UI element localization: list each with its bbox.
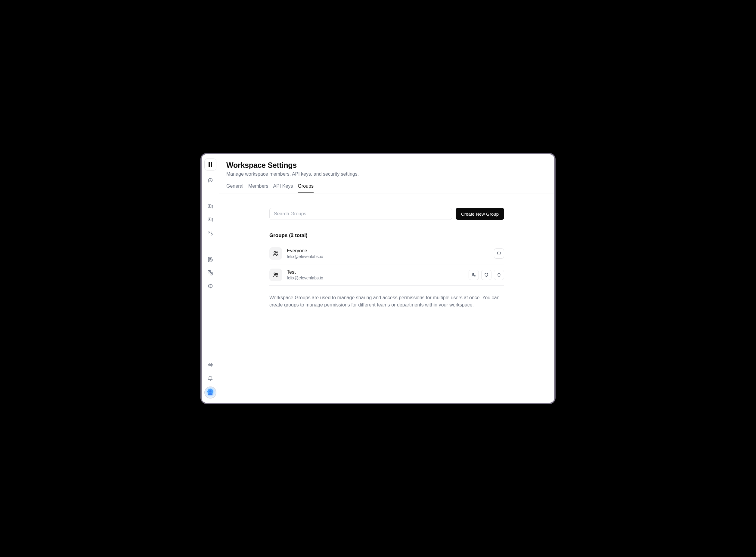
group-name: Everyone bbox=[287, 248, 489, 254]
svg-point-15 bbox=[473, 273, 474, 274]
users-icon bbox=[272, 271, 279, 278]
create-group-button[interactable]: Create New Group bbox=[456, 208, 504, 220]
user-gear-icon bbox=[471, 272, 476, 277]
users-icon bbox=[272, 250, 279, 257]
group-locked-button[interactable] bbox=[494, 248, 504, 259]
group-actions bbox=[494, 248, 504, 259]
page-title: Workspace Settings bbox=[226, 161, 547, 170]
groups-note: Workspace Groups are used to manage shar… bbox=[269, 294, 504, 309]
main: Workspace Settings Manage workspace memb… bbox=[219, 154, 554, 403]
user-avatar[interactable] bbox=[204, 386, 216, 399]
svg-point-11 bbox=[274, 252, 276, 253]
logo-button[interactable] bbox=[204, 158, 216, 171]
project-gear-icon bbox=[207, 230, 214, 236]
text-sound-icon bbox=[207, 204, 214, 210]
sidebar-item-settings-project[interactable] bbox=[204, 227, 216, 239]
speech-bubble-icon bbox=[207, 177, 214, 183]
document-lines-icon bbox=[207, 257, 214, 263]
svg-point-14 bbox=[276, 273, 278, 274]
sidebar-item-tts[interactable] bbox=[204, 201, 216, 213]
group-permissions-button[interactable] bbox=[481, 270, 492, 280]
tab-general[interactable]: General bbox=[226, 183, 244, 193]
globe-icon bbox=[207, 283, 214, 289]
group-owner: felix@elevenlabs.io bbox=[287, 275, 464, 280]
avatar-person-icon bbox=[207, 389, 214, 396]
sidebar-item-globe[interactable] bbox=[204, 280, 216, 292]
group-info: Everyone felix@elevenlabs.io bbox=[287, 248, 489, 259]
tab-groups[interactable]: Groups bbox=[298, 183, 313, 193]
group-name: Test bbox=[287, 269, 464, 275]
group-actions bbox=[469, 270, 504, 280]
svg-point-10 bbox=[209, 390, 211, 392]
search-row: Create New Group bbox=[269, 208, 504, 220]
group-avatar bbox=[269, 247, 282, 260]
search-input[interactable] bbox=[269, 208, 452, 220]
svg-rect-0 bbox=[208, 162, 210, 167]
svg-point-12 bbox=[276, 252, 278, 253]
group-owner: felix@elevenlabs.io bbox=[287, 254, 489, 259]
sidebar-item-doc[interactable] bbox=[204, 254, 216, 266]
svg-rect-1 bbox=[211, 162, 212, 167]
sidebar-item-notifications[interactable] bbox=[204, 372, 216, 384]
svg-point-13 bbox=[274, 273, 276, 274]
dollar-sound-icon bbox=[207, 217, 214, 223]
group-row: Test felix@elevenlabs.io bbox=[269, 264, 504, 286]
tab-api-keys[interactable]: API Keys bbox=[273, 183, 293, 193]
content: Create New Group Groups (2 total) Everyo… bbox=[219, 194, 554, 403]
group-row: Everyone felix@elevenlabs.io bbox=[269, 243, 504, 264]
sidebar-item-activity[interactable] bbox=[204, 359, 216, 371]
sidebar-item-sts[interactable] bbox=[204, 214, 216, 226]
group-avatar bbox=[269, 269, 282, 281]
delete-group-button[interactable] bbox=[494, 270, 504, 280]
waveform-icon bbox=[207, 362, 214, 368]
tabs: General Members API Keys Groups bbox=[226, 183, 547, 193]
group-info: Test felix@elevenlabs.io bbox=[287, 269, 464, 280]
bell-icon bbox=[207, 375, 214, 381]
manage-members-button[interactable] bbox=[469, 270, 479, 280]
shield-icon bbox=[484, 272, 489, 277]
translate-icon bbox=[207, 270, 214, 276]
logo-bars-icon bbox=[208, 162, 213, 167]
tab-members[interactable]: Members bbox=[248, 183, 269, 193]
header: Workspace Settings Manage workspace memb… bbox=[219, 154, 554, 194]
sidebar-item-translate[interactable] bbox=[204, 267, 216, 279]
app-window: Workspace Settings Manage workspace memb… bbox=[202, 154, 554, 403]
shield-icon bbox=[497, 251, 501, 256]
sidebar-item-voice[interactable] bbox=[204, 174, 216, 186]
page-subtitle: Manage workspace members, API keys, and … bbox=[226, 171, 547, 177]
content-inner: Create New Group Groups (2 total) Everyo… bbox=[269, 208, 504, 388]
sidebar bbox=[202, 154, 219, 403]
trash-icon bbox=[497, 272, 501, 277]
svg-rect-2 bbox=[208, 205, 211, 207]
groups-heading: Groups (2 total) bbox=[269, 233, 504, 243]
